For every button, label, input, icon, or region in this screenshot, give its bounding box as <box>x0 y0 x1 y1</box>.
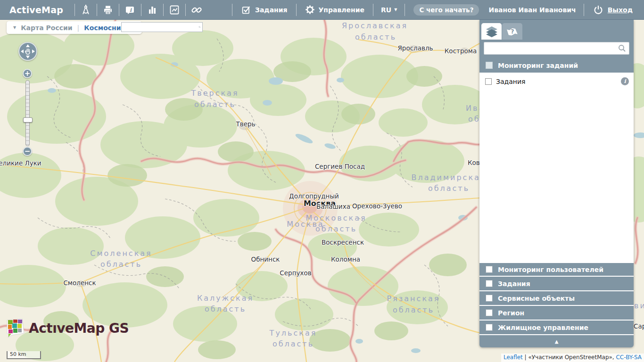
chevron-up-icon: ▲ <box>555 339 559 344</box>
license-link[interactable]: CC-BY-SA <box>616 354 642 361</box>
layer-info-icon[interactable]: i <box>621 77 629 85</box>
group-checkbox[interactable] <box>486 280 493 287</box>
group-checkbox[interactable] <box>486 309 493 316</box>
layer-group-header[interactable]: Сервисные объекты <box>479 291 634 306</box>
sidebar-collapse-button[interactable]: ▲ <box>479 335 634 347</box>
divider <box>373 4 373 16</box>
leaflet-link[interactable]: Leaflet <box>504 354 523 361</box>
group-checkbox[interactable] <box>486 62 493 69</box>
divider <box>185 4 186 16</box>
group-checkbox[interactable] <box>486 324 493 331</box>
layer-group-header[interactable]: Мониторинг пользователей <box>479 262 634 277</box>
info-book-icon: i <box>124 4 136 16</box>
zoom-slider-handle[interactable] <box>23 117 33 123</box>
zoom-in-button[interactable]: + <box>23 69 32 78</box>
question-glyph: ? <box>511 28 514 35</box>
user-name: Иванов Иван Иванович <box>482 6 582 14</box>
osm-contributors-text: «Участники OpenStreetMap», <box>528 354 616 361</box>
measure-tool-button[interactable] <box>76 0 96 20</box>
sidebar-tabbar: ? <box>479 20 634 40</box>
app-brand: ActiveMap <box>0 5 74 15</box>
language-selector[interactable]: RU ▼ <box>374 6 404 14</box>
map-scale-bar: 50 km <box>7 351 41 359</box>
divider <box>74 4 75 16</box>
layer-group-header-expanded[interactable]: Мониторинг заданий <box>479 58 634 73</box>
group-label: Сервисные объекты <box>498 295 575 302</box>
layer-search-input[interactable] <box>484 45 618 52</box>
activemap-gs-logo: ActıveMap GS <box>6 318 129 338</box>
divider <box>97 4 97 16</box>
group-label: Мониторинг пользователей <box>498 266 603 273</box>
layers-sidebar: ? Мониторинг заданий Задания i Мониторин… <box>479 20 634 347</box>
management-menu-label: Управление <box>319 6 365 14</box>
layer-list-panel: Задания i <box>479 73 634 262</box>
print-button[interactable] <box>98 0 118 20</box>
reports-button[interactable] <box>142 0 162 20</box>
layer-checkbox[interactable] <box>485 78 492 85</box>
divider <box>119 4 119 16</box>
map-search-box <box>121 22 203 32</box>
basemap-option-russia[interactable]: Карта России <box>21 24 72 32</box>
layer-label: Задания <box>496 78 617 85</box>
activemap-gs-wordmark: ActıveMap GS <box>29 321 129 336</box>
share-link-button[interactable] <box>187 0 206 20</box>
group-label: Регион <box>498 309 524 317</box>
tab-layers[interactable] <box>481 23 502 40</box>
printer-icon <box>102 4 114 16</box>
tasks-menu-label: Задания <box>255 6 288 14</box>
divider <box>141 4 141 16</box>
basemap-separator: | <box>77 24 80 32</box>
logout-button[interactable]: Выход <box>585 4 644 16</box>
layer-group-header[interactable]: Задания <box>479 277 634 291</box>
logout-label: Выход <box>608 6 633 14</box>
search-icon <box>618 44 627 53</box>
layers-icon <box>486 26 498 37</box>
checkbox-check-icon <box>241 5 251 15</box>
tab-legend[interactable]: ? <box>502 23 522 40</box>
search-icon <box>198 23 201 31</box>
zoom-slider[interactable] <box>25 80 30 146</box>
activemap-mosaic-icon <box>6 318 25 338</box>
layer-group-header[interactable]: Регион <box>479 306 634 321</box>
analytics-button[interactable] <box>165 0 184 20</box>
legend-icon: ? <box>506 26 519 37</box>
divider <box>232 4 232 16</box>
divider <box>163 4 164 16</box>
layer-group-header[interactable]: Жилищное управление <box>479 321 634 335</box>
link-icon <box>190 4 203 16</box>
chevron-down-icon[interactable]: ▼ <box>13 26 16 30</box>
power-icon <box>593 4 604 16</box>
compass-icon <box>80 4 91 16</box>
top-header: ActiveMap i <box>0 0 644 20</box>
attribution-separator: | <box>523 354 528 361</box>
pan-control[interactable] <box>18 42 37 61</box>
group-checkbox[interactable] <box>486 266 493 273</box>
map-search-input[interactable] <box>122 23 198 31</box>
collapsed-group-list: Мониторинг пользователейЗаданияСервисные… <box>479 262 634 335</box>
map-attribution: Leaflet | «Участники OpenStreetMap», CC-… <box>501 354 644 362</box>
group-label: Задания <box>498 280 530 288</box>
sidebar-search-wrap <box>479 40 634 58</box>
sidebar-search-box <box>484 42 629 55</box>
info-guide-button[interactable]: i <box>120 0 140 20</box>
language-code: RU <box>381 6 391 14</box>
gear-icon <box>305 5 315 15</box>
divider <box>405 4 405 16</box>
group-label: Мониторинг заданий <box>498 62 578 69</box>
getting-started-button[interactable]: С чего начать? <box>413 4 479 16</box>
divider <box>296 4 297 16</box>
layer-row[interactable]: Задания i <box>479 73 634 85</box>
chevron-down-icon: ▼ <box>394 8 397 12</box>
line-chart-icon <box>169 4 180 16</box>
group-checkbox[interactable] <box>486 295 493 302</box>
tasks-menu-button[interactable]: Задания <box>233 5 295 15</box>
zoom-out-button[interactable]: − <box>23 147 32 156</box>
management-menu-button[interactable]: Управление <box>297 5 372 15</box>
bar-chart-icon <box>147 4 158 16</box>
pan-arrows-hand-icon <box>19 43 36 60</box>
group-label: Жилищное управление <box>498 324 588 331</box>
divider <box>584 4 584 16</box>
